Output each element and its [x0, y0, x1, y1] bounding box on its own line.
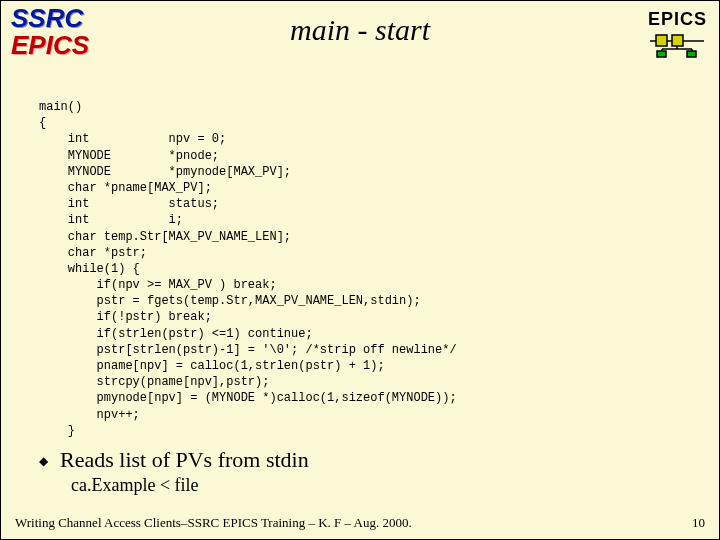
svg-rect-8	[687, 51, 696, 57]
page-title: main - start	[1, 13, 719, 47]
page-number: 10	[692, 515, 705, 531]
logo-right-label: EPICS	[648, 9, 707, 30]
bullet-icon: ◆	[39, 454, 48, 469]
bullet-row: ◆ Reads list of PVs from stdin	[39, 447, 719, 473]
code-block: main() { int npv = 0; MYNODE *pnode; MYN…	[39, 99, 719, 439]
bullet-text: Reads list of PVs from stdin	[60, 447, 309, 473]
header: SSRC EPICS main - start EPICS	[1, 1, 719, 71]
footer-left: Writing Channel Access Clients–SSRC EPIC…	[15, 515, 412, 531]
logo-right: EPICS	[648, 9, 707, 62]
svg-rect-2	[672, 35, 683, 46]
svg-rect-7	[657, 51, 666, 57]
bullet-subtext: ca.Example < file	[71, 475, 719, 496]
svg-rect-1	[656, 35, 667, 46]
footer: Writing Channel Access Clients–SSRC EPIC…	[15, 515, 705, 531]
epics-squares-icon	[648, 32, 707, 62]
